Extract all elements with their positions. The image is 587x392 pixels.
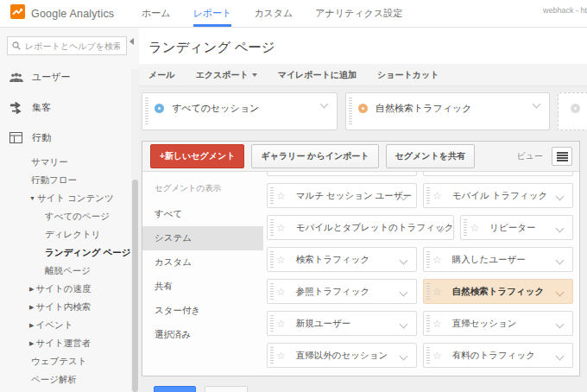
nav-custom[interactable]: カスタム <box>254 0 293 27</box>
star-icon[interactable]: ☆ <box>432 192 442 200</box>
chevron-down-icon[interactable] <box>400 288 408 297</box>
segment-card[interactable]: ☆検索トラフィック <box>267 247 417 272</box>
drag-handle-icon[interactable] <box>270 347 274 364</box>
email-button[interactable]: メール <box>148 69 174 81</box>
chevron-down-icon[interactable] <box>556 320 565 329</box>
drag-handle-icon[interactable] <box>426 251 430 268</box>
filter-system[interactable]: システム <box>142 226 263 250</box>
search-icon <box>12 38 21 54</box>
star-icon[interactable]: ☆ <box>276 224 286 232</box>
new-segment-button[interactable]: +新しいセグメント <box>150 144 244 168</box>
chevron-down-icon[interactable] <box>556 256 565 265</box>
sidebar-item-site-search[interactable]: ▶サイト内検索 <box>0 298 139 316</box>
sidebar-item-behavior-flow[interactable]: 行動フロー <box>0 171 139 189</box>
drag-handle-icon[interactable] <box>426 187 430 204</box>
chevron-down-icon[interactable] <box>556 224 565 233</box>
search-input[interactable] <box>25 41 120 51</box>
segment-card[interactable]: ☆リピーター <box>460 215 573 240</box>
sidebar-item-publisher[interactable]: ▶サイト運営者 <box>0 334 139 352</box>
segment-card[interactable]: ☆モバイルとタブレットのトラフィック <box>267 215 454 240</box>
segment-card-partial[interactable] <box>423 172 573 176</box>
star-icon[interactable]: ☆ <box>432 319 442 328</box>
shortcut-button[interactable]: ショートカット <box>377 69 439 81</box>
drag-handle-icon[interactable] <box>426 315 430 332</box>
drag-handle-icon[interactable] <box>270 219 274 236</box>
chevron-down-icon[interactable] <box>400 352 408 361</box>
add-to-dashboard-button[interactable]: マイレポートに追加 <box>278 69 357 81</box>
star-icon[interactable]: ☆ <box>432 351 442 360</box>
star-icon[interactable]: ☆ <box>276 319 286 328</box>
sidebar-item-all-pages[interactable]: すべてのページ <box>0 207 139 225</box>
sidebar-item-directory[interactable]: ディレクトリ <box>0 225 139 243</box>
export-button[interactable]: エクスポート <box>195 69 256 81</box>
star-icon[interactable]: ☆ <box>432 256 442 264</box>
filter-starred[interactable]: スター付き <box>142 299 263 323</box>
sidebar-section-behavior[interactable]: 行動 <box>0 123 139 153</box>
sidebar-scrollbar-thumb[interactable] <box>132 180 138 392</box>
sidebar-item-site-speed[interactable]: ▶サイトの速度 <box>0 280 139 298</box>
sidebar-item-label: サマリー <box>31 156 68 167</box>
segment-card[interactable]: ☆モバイル トラフィック <box>423 183 573 208</box>
segment-card[interactable]: ☆有料のトラフィック <box>423 343 573 368</box>
active-segment-organic-traffic[interactable]: 自然検索トラフィック <box>345 92 550 130</box>
filter-all[interactable]: すべて <box>142 202 263 226</box>
view-toggle-button[interactable] <box>552 147 572 166</box>
sidebar-section-acquisition[interactable]: 集客 <box>0 92 139 123</box>
apply-button[interactable] <box>154 386 196 392</box>
import-from-gallery-button[interactable]: ギャラリー からインポート <box>251 144 378 168</box>
drag-handle-icon[interactable] <box>426 283 430 300</box>
drag-handle-icon[interactable] <box>145 98 148 125</box>
segment-card-partial[interactable] <box>267 172 417 176</box>
sidebar-collapse-icon[interactable] <box>129 38 134 45</box>
chevron-down-icon[interactable] <box>556 288 565 297</box>
segment-card-selected[interactable]: ☆自然検索トラフィック <box>423 279 573 304</box>
star-icon[interactable]: ☆ <box>276 256 286 264</box>
account-selector[interactable]: webhack - ht <box>543 6 587 15</box>
drag-handle-icon[interactable] <box>270 251 274 268</box>
filter-custom[interactable]: カスタム <box>142 250 263 275</box>
star-icon[interactable]: ☆ <box>276 288 286 296</box>
cancel-button[interactable] <box>205 386 248 392</box>
segment-slot-placeholder[interactable]: リ <box>558 92 587 130</box>
active-segment-all-sessions[interactable]: すべてのセッション <box>142 92 338 130</box>
drag-handle-icon[interactable] <box>426 347 430 364</box>
sidebar-item-summary[interactable]: サマリー <box>0 153 139 171</box>
sidebar-search[interactable] <box>7 36 127 55</box>
star-icon[interactable]: ☆ <box>470 224 479 232</box>
chevron-down-icon[interactable] <box>400 256 408 265</box>
chevron-down-icon[interactable] <box>556 352 565 361</box>
segment-card-label: 直帰以外のセッション <box>296 350 388 362</box>
segment-card[interactable]: ☆直帰セッション <box>423 311 573 336</box>
star-icon[interactable]: ☆ <box>432 288 442 296</box>
sidebar-section-audience[interactable]: ユーザー <box>0 62 139 92</box>
star-icon[interactable]: ☆ <box>276 192 286 200</box>
sidebar-item-exit-pages[interactable]: 離脱ページ <box>0 262 139 280</box>
segment-card[interactable]: ☆購入したユーザー <box>423 247 573 272</box>
sidebar-scrollbar[interactable] <box>131 69 139 392</box>
segment-card[interactable]: ☆新規ユーザー <box>267 311 417 336</box>
sidebar-item-landing-pages[interactable]: ランディング ページ <box>0 243 139 262</box>
nav-home[interactable]: ホーム <box>142 0 171 27</box>
sidebar-item-site-content[interactable]: ▼サイト コンテンツ <box>0 189 139 207</box>
expand-arrow: ▶ <box>29 322 34 328</box>
drag-handle-icon[interactable] <box>349 98 352 125</box>
sidebar-item-events[interactable]: ▶イベント <box>0 316 139 334</box>
filter-shared[interactable]: 共有 <box>142 275 263 299</box>
drag-handle-icon[interactable] <box>270 283 274 300</box>
share-segment-button[interactable]: セグメントを共有 <box>386 144 475 168</box>
nav-admin[interactable]: アナリティクス設定 <box>315 0 402 27</box>
filter-selected[interactable]: 選択済み <box>142 323 263 347</box>
segment-card[interactable]: ☆直帰以外のセッション <box>267 343 417 368</box>
nav-reports[interactable]: レポート <box>193 0 232 27</box>
star-icon[interactable]: ☆ <box>276 351 286 360</box>
chevron-down-icon[interactable] <box>556 193 565 201</box>
drag-handle-icon[interactable] <box>270 187 274 204</box>
drag-handle-icon[interactable] <box>270 315 274 332</box>
segment-card[interactable]: ☆マルチ セッション ユーザー <box>267 183 417 208</box>
sidebar-item-in-page-analytics[interactable]: ページ解析 <box>0 370 139 389</box>
drag-handle-icon[interactable] <box>464 219 467 236</box>
sidebar-item-experiments[interactable]: ウェブテスト <box>0 352 139 370</box>
chevron-down-icon[interactable] <box>400 320 408 329</box>
app-logo[interactable]: Google Analytics <box>0 0 129 27</box>
segment-card[interactable]: ☆参照トラフィック <box>267 279 417 304</box>
